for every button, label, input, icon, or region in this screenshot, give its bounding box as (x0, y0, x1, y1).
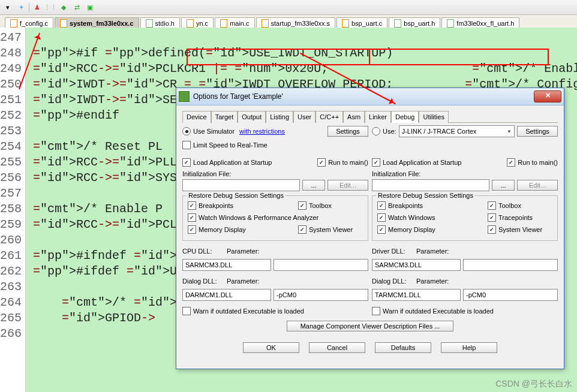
tb-right-checkbox[interactable] (488, 201, 496, 210)
cpu-param-label: Parameter: (227, 248, 259, 255)
dialog-tab-user[interactable]: User (293, 111, 315, 123)
ww-right-checkbox[interactable] (377, 213, 386, 222)
adapter-value: J-LINK / J-TRACE Cortex (402, 128, 477, 135)
defaults-button[interactable]: Defaults (375, 342, 431, 353)
ww-right-label: Watch Windows (388, 214, 435, 221)
use-simulator-radio[interactable] (182, 127, 191, 135)
manage-button[interactable]: Manage Component Viewer Description File… (287, 321, 453, 331)
adapter-select[interactable]: J-LINK / J-TRACE Cortex (399, 125, 515, 137)
bp-right-checkbox[interactable] (377, 201, 386, 210)
bp-left-checkbox[interactable] (188, 201, 196, 210)
diamond-icon[interactable]: ◆ (58, 2, 69, 13)
cpu-param-input[interactable] (274, 259, 368, 271)
drv-dll-input[interactable] (372, 259, 461, 271)
dots-icon[interactable]: ⋮⋮ (45, 2, 56, 13)
dialog-tab-c/c++[interactable]: C/C++ (315, 111, 343, 123)
limit-speed-label: Limit Speed to Real-Time (193, 141, 268, 149)
dialog-tab-device[interactable]: Device (182, 111, 211, 123)
person-icon[interactable]: ♟ (32, 2, 43, 13)
options-dialog: Options for Target 'Example' ✕ DeviceTar… (176, 88, 564, 369)
init-file-left-input[interactable] (182, 179, 300, 191)
drv-param-label: Parameter: (416, 248, 449, 255)
sim-settings-button[interactable]: Settings (327, 126, 368, 137)
dialog-tab-listing[interactable]: Listing (266, 111, 293, 123)
dlg-param-right-input[interactable] (463, 289, 558, 301)
sv-left-checkbox[interactable] (298, 225, 306, 234)
dialog-tab-target[interactable]: Target (211, 111, 238, 123)
tp-right-checkbox[interactable] (488, 213, 496, 222)
run-main-left-label: Run to main() (328, 159, 368, 166)
tab-label: stdio.h (155, 20, 175, 27)
warn-right-label: Warn if outdated Executable is loaded (383, 307, 494, 315)
run-main-right-checkbox[interactable] (507, 158, 515, 167)
md-left-checkbox[interactable] (188, 225, 196, 234)
tp-right-label: Tracepoints (498, 214, 552, 221)
dialog-tabs: DeviceTargetOutputListingUserC/C++AsmLin… (182, 110, 558, 123)
tb-right-label: Toolbox (498, 202, 552, 209)
edit-left-button[interactable]: Edit... (327, 180, 368, 191)
md-right-label: Memory Display (388, 226, 435, 233)
tb-left-label: Toolbox (309, 202, 363, 209)
use-simulator-label: Use Simulator (193, 128, 235, 135)
arrows-icon[interactable]: ⇄ (71, 2, 82, 13)
browse-left-button[interactable]: ... (302, 180, 325, 191)
run-main-right-label: Run to main() (518, 159, 558, 166)
use-adapter-label: Use: (383, 128, 396, 135)
warn-right-checkbox[interactable] (372, 307, 380, 315)
dlg-dll-right-input[interactable] (372, 289, 461, 301)
watermark: CSDN @弓长长白水 (495, 379, 572, 390)
file-icon (220, 19, 227, 28)
ok-button[interactable]: OK (243, 342, 299, 353)
close-button[interactable]: ✕ (534, 91, 561, 102)
tab-label: bsp_uart.h (404, 20, 435, 27)
restore-right-title: Restore Debug Session Settings (376, 192, 475, 199)
dropdown-icon[interactable]: ▾ (2, 2, 13, 13)
browse-right-button[interactable]: ... (492, 180, 515, 191)
edit-right-button[interactable]: Edit... (517, 180, 558, 191)
help-button[interactable]: Help (441, 342, 497, 353)
file-icon (146, 19, 153, 28)
load-app-left-checkbox[interactable] (182, 158, 191, 167)
file-icon (447, 19, 454, 28)
restore-left-group: Restore Debug Session Settings Breakpoin… (182, 195, 368, 241)
load-app-right-checkbox[interactable] (372, 158, 380, 167)
file-icon (342, 19, 349, 28)
init-file-right-input[interactable] (372, 179, 489, 191)
dialog-tab-utilities[interactable]: Utilities (419, 111, 448, 123)
cpu-dll-input[interactable] (182, 259, 271, 271)
md-left-label: Memory Display (199, 226, 246, 233)
dlg-param-right-label: Parameter: (416, 278, 449, 285)
warn-left-checkbox[interactable] (182, 307, 191, 315)
sv-right-checkbox[interactable] (488, 225, 496, 234)
toolbar: ▾ ✦ ♟ ⋮⋮ ◆ ⇄ ▣ (0, 0, 577, 15)
md-right-checkbox[interactable] (377, 225, 386, 234)
ww-left-checkbox[interactable] (188, 213, 196, 222)
sv-right-label: System Viewer (498, 226, 552, 233)
cancel-button[interactable]: Cancel (309, 342, 365, 353)
dialog-tab-asm[interactable]: Asm (343, 111, 365, 123)
use-adapter-radio[interactable] (372, 127, 380, 135)
with-restrictions-link[interactable]: with restrictions (239, 128, 285, 135)
warn-left-label: Warn if outdated Executable is loaded (193, 307, 304, 315)
dialog-tab-linker[interactable]: Linker (365, 111, 391, 123)
dlg-dll-left-label: Dialog DLL: (182, 278, 224, 285)
tab-label: system_fm33le0xx.c (70, 20, 133, 27)
limit-speed-checkbox[interactable] (182, 141, 191, 149)
wand-icon[interactable]: ✦ (16, 2, 26, 13)
file-icon (262, 19, 269, 28)
run-main-left-checkbox[interactable] (317, 158, 326, 167)
init-file-left-label: Initialization File: (182, 170, 368, 177)
box-icon[interactable]: ▣ (85, 2, 95, 13)
tb-left-checkbox[interactable] (298, 201, 306, 210)
adapter-settings-button[interactable]: Settings (517, 126, 558, 137)
ww-left-label: Watch Windows & Performance Analyzer (199, 214, 318, 221)
tab-label: startup_fm33le0xx.s (271, 20, 330, 27)
dlg-dll-right-label: Dialog DLL: (372, 278, 414, 285)
dlg-param-left-label: Parameter: (227, 278, 259, 285)
dlg-dll-left-input[interactable] (182, 289, 271, 301)
dialog-tab-debug[interactable]: Debug (391, 111, 419, 123)
dlg-param-left-input[interactable] (274, 289, 368, 301)
dialog-tab-output[interactable]: Output (238, 111, 266, 123)
drv-param-input[interactable] (463, 259, 558, 271)
tab-label: main.c (230, 20, 249, 27)
